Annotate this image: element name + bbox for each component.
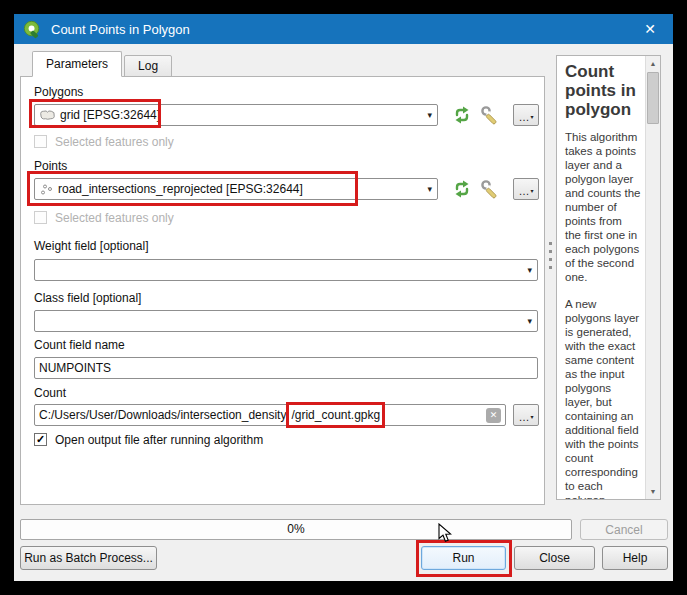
iterate-icon [452,105,472,125]
cancel-button[interactable]: Cancel [580,519,668,540]
run-button[interactable]: Run [421,546,506,570]
points-value: road_intersections_reprojected [EPSG:326… [58,182,303,196]
qgis-logo-icon [23,20,42,39]
class-field-combobox[interactable]: ▾ [34,310,538,332]
points-browse-button[interactable]: …▾ [513,178,539,200]
advanced-options-button[interactable] [477,104,503,126]
chevron-down-icon: ▾ [530,112,533,122]
weight-field-label: Weight field [optional] [34,239,149,253]
points-selected-only-checkbox[interactable] [34,211,47,224]
chevron-down-icon: ▾ [527,316,532,326]
ellipsis-icon: … [518,112,529,122]
count-output-label: Count [34,386,66,400]
count-output-path-field[interactable]: C:/Users/User/Downloads/intersection_den… [34,404,506,426]
wrench-icon [480,105,500,125]
help-title: Count points in polygon [565,62,641,119]
class-field-label: Class field [optional] [34,291,141,305]
polygons-selected-only-label: Selected features only [55,135,174,149]
progress-value: 0% [287,522,304,536]
progress-bar: 0% [20,519,572,540]
polygon-layer-icon [39,109,56,121]
wrench-icon [480,179,500,199]
scrollbar-thumb[interactable] [647,72,659,124]
scroll-down-icon[interactable]: ▼ [646,484,660,499]
chevron-down-icon: ▾ [427,110,432,120]
help-paragraph: This algorithm takes a points layer and … [565,130,641,284]
polygons-label: Polygons [34,85,83,99]
polygons-value: grid [EPSG:32644] [60,108,160,122]
output-path-prefix: C:/Users/User/Downloads/intersection_den… [39,408,286,422]
polygons-selected-only-checkbox[interactable] [34,135,47,148]
screenshot-stage: Count Points in Polygon ✕ Parameters Log… [0,0,687,595]
chevron-down-icon: ▾ [530,186,533,196]
count-field-name-label: Count field name [34,338,125,352]
tab-log[interactable]: Log [124,55,172,77]
title-bar: Count Points in Polygon ✕ [14,14,673,44]
help-panel: Count points in polygon This algorithm t… [556,55,661,500]
chevron-down-icon: ▾ [427,184,432,194]
ellipsis-icon: … [518,412,529,422]
count-browse-button[interactable]: …▾ [513,404,539,426]
window-title: Count Points in Polygon [51,22,190,37]
help-button[interactable]: Help [602,546,668,570]
close-button[interactable]: Close [514,546,595,570]
iterate-over-layer-button[interactable] [449,178,475,200]
panel-splitter-handle[interactable] [549,242,552,272]
advanced-options-button[interactable] [477,178,503,200]
close-icon: ✕ [644,21,656,37]
open-output-checkbox[interactable]: ✓ [34,433,47,446]
iterate-icon [452,179,472,199]
scroll-up-icon[interactable]: ▲ [646,56,660,71]
points-selected-only-label: Selected features only [55,211,174,225]
iterate-over-layer-button[interactable] [449,104,475,126]
help-paragraph: A new polygons layer is generated, with … [565,297,641,499]
chevron-down-icon: ▾ [530,412,533,422]
help-scrollbar[interactable]: ▲ ▼ [645,56,660,499]
open-output-label: Open output file after running algorithm [55,433,263,447]
clear-icon[interactable]: ✕ [486,408,501,423]
point-layer-icon [39,183,54,196]
chevron-down-icon: ▾ [527,265,532,275]
tab-parameters[interactable]: Parameters [32,51,122,77]
ellipsis-icon: … [518,186,529,196]
tab-bar: Parameters Log [32,52,174,77]
close-button[interactable]: ✕ [627,14,673,44]
points-combobox[interactable]: road_intersections_reprojected [EPSG:326… [34,178,438,200]
output-filename-annotation: /grid_count.gpkg [286,402,385,428]
dialog-window: Count Points in Polygon ✕ Parameters Log… [14,14,673,581]
parameters-panel: Polygons grid [EPSG:32644] ▾ [20,76,545,505]
help-content: Count points in polygon This algorithm t… [557,56,645,499]
check-icon: ✓ [36,433,45,445]
weight-field-combobox[interactable]: ▾ [34,259,538,281]
count-field-name-input[interactable] [34,357,538,379]
polygons-combobox[interactable]: grid [EPSG:32644] ▾ [34,104,438,126]
polygons-browse-button[interactable]: …▾ [513,104,539,126]
run-as-batch-button[interactable]: Run as Batch Process... [20,546,157,570]
points-label: Points [34,159,67,173]
